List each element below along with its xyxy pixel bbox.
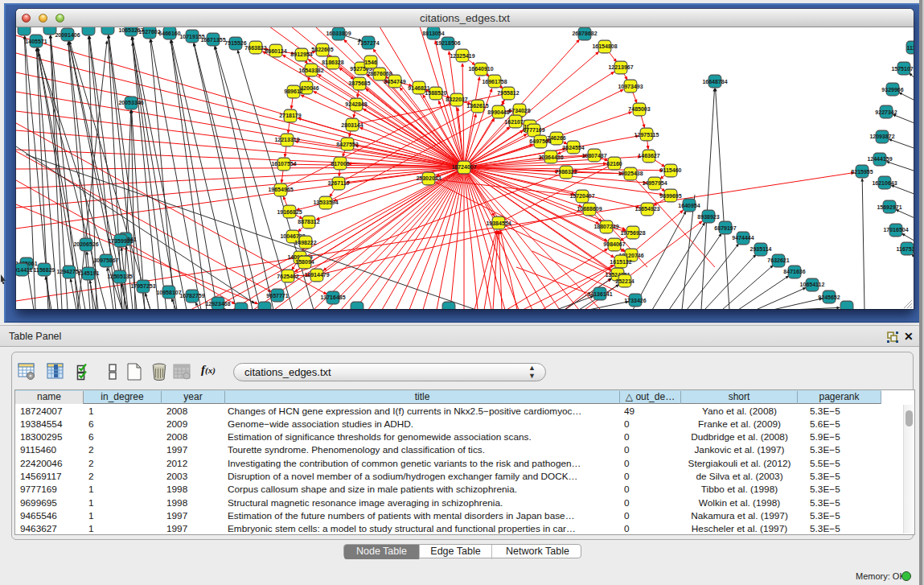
svg-text:10958107: 10958107 xyxy=(156,290,181,295)
svg-text:12325419: 12325419 xyxy=(450,53,474,59)
svg-text:8878312: 8878312 xyxy=(298,219,319,225)
svg-text:16154808: 16154808 xyxy=(592,43,617,49)
svg-text:2935114: 2935114 xyxy=(750,246,772,252)
svg-text:8454749: 8454749 xyxy=(384,79,405,84)
svg-text:12093872: 12093872 xyxy=(869,134,894,139)
svg-text:1463627: 1463627 xyxy=(638,153,659,159)
svg-text:16961758: 16961758 xyxy=(482,79,507,84)
svg-text:30975867: 30975867 xyxy=(93,257,118,263)
svg-text:1167533: 1167533 xyxy=(897,246,914,252)
svg-text:17957253: 17957253 xyxy=(130,283,155,289)
svg-text:19756928: 19756928 xyxy=(620,230,645,236)
svg-text:14957954: 14957954 xyxy=(642,180,667,186)
svg-text:7485003: 7485003 xyxy=(628,106,650,112)
svg-text:15720407: 15720407 xyxy=(569,193,594,199)
svg-text:16210643: 16210643 xyxy=(872,180,897,186)
svg-text:15692971: 15692971 xyxy=(877,204,901,210)
svg-text:1615132: 1615132 xyxy=(610,259,631,265)
svg-text:9245652: 9245652 xyxy=(818,295,840,300)
svg-text:1405571: 1405571 xyxy=(25,39,47,44)
svg-text:14136141: 14136141 xyxy=(587,291,612,297)
svg-text:989612: 989612 xyxy=(284,89,302,94)
svg-text:10688609: 10688609 xyxy=(577,206,602,212)
svg-text:1112: 1112 xyxy=(907,45,914,51)
svg-text:7986322: 7986322 xyxy=(555,169,577,175)
svg-text:12213319: 12213319 xyxy=(274,137,299,142)
svg-text:1546: 1546 xyxy=(364,60,377,65)
svg-text:18807249: 18807249 xyxy=(593,224,618,229)
svg-text:9329966: 9329966 xyxy=(881,87,903,93)
svg-text:7632621: 7632621 xyxy=(767,257,789,263)
svg-text:19166825: 19166825 xyxy=(277,209,302,215)
svg-text:10973493: 10973493 xyxy=(618,84,643,89)
svg-text:6734028: 6734028 xyxy=(508,108,530,113)
svg-text:8912954: 8912954 xyxy=(290,51,312,57)
svg-text:8322037: 8322037 xyxy=(446,97,467,102)
svg-text:6466160: 6466160 xyxy=(158,31,180,36)
svg-text:8427552: 8427552 xyxy=(336,142,358,147)
svg-text:1588520: 1588520 xyxy=(425,90,446,96)
svg-text:13716485: 13716485 xyxy=(320,295,345,300)
svg-text:3624554: 3624554 xyxy=(562,145,584,150)
svg-text:8990448: 8990448 xyxy=(487,109,509,115)
svg-text:17359938: 17359938 xyxy=(108,238,133,244)
svg-text:7357274: 7357274 xyxy=(357,40,379,46)
svg-text:10654112: 10654112 xyxy=(800,282,825,287)
svg-text:7663822: 7663822 xyxy=(244,45,266,51)
svg-text:16914479: 16914479 xyxy=(304,272,329,278)
svg-text:1156829: 1156829 xyxy=(34,267,55,273)
svg-text:19218506: 19218506 xyxy=(435,40,460,46)
svg-text:8938923: 8938923 xyxy=(697,214,719,220)
svg-text:9474444: 9474444 xyxy=(732,235,754,241)
svg-text:1733426: 1733426 xyxy=(624,298,646,303)
svg-text:8660124: 8660124 xyxy=(265,48,286,54)
svg-text:20206526: 20206526 xyxy=(73,241,98,247)
svg-text:8813054: 8813054 xyxy=(422,31,444,36)
svg-text:158094: 158094 xyxy=(295,259,314,265)
svg-text:6879197: 6879197 xyxy=(714,225,736,231)
svg-text:3267110: 3267110 xyxy=(328,180,350,186)
svg-text:1362615: 1362615 xyxy=(466,103,488,109)
svg-text:817006: 817006 xyxy=(331,161,349,167)
svg-text:12213967: 12213967 xyxy=(608,64,633,70)
svg-text:16671355: 16671355 xyxy=(200,37,225,43)
svg-text:2718179: 2718179 xyxy=(279,113,301,118)
svg-text:16107554: 16107554 xyxy=(271,161,296,167)
svg-text:10807487: 10807487 xyxy=(581,153,606,159)
svg-text:8471636: 8471636 xyxy=(783,269,805,274)
svg-text:16648784: 16648784 xyxy=(702,79,727,84)
svg-text:13533594: 13533594 xyxy=(313,200,338,205)
svg-text:3875685: 3875685 xyxy=(348,80,370,86)
svg-text:6497568: 6497568 xyxy=(529,138,551,144)
svg-text:28676068: 28676068 xyxy=(367,71,392,76)
svg-text:8186328: 8186328 xyxy=(322,60,343,65)
svg-text:12975115: 12975115 xyxy=(634,132,659,138)
svg-text:252214: 252214 xyxy=(615,278,634,284)
svg-text:16782759: 16782759 xyxy=(179,293,204,299)
svg-text:9227342: 9227342 xyxy=(875,109,897,115)
svg-text:26878682: 26878682 xyxy=(572,31,597,36)
svg-text:62160: 62160 xyxy=(606,161,622,167)
svg-text:16640910: 16640910 xyxy=(468,66,493,72)
svg-text:8215955: 8215955 xyxy=(851,169,873,175)
svg-text:9777169: 9777169 xyxy=(523,127,544,133)
svg-text:5822605: 5822605 xyxy=(311,47,333,52)
svg-text:15751074: 15751074 xyxy=(891,66,914,72)
svg-text:13654923: 13654923 xyxy=(634,206,659,212)
svg-text:18724007: 18724007 xyxy=(451,164,476,170)
svg-text:16543382: 16543382 xyxy=(298,68,323,73)
svg-text:25302033: 25302033 xyxy=(416,175,441,181)
svg-text:16033809: 16033809 xyxy=(326,31,351,36)
svg-text:9242848: 9242848 xyxy=(345,101,367,107)
svg-text:9699695: 9699695 xyxy=(659,193,681,199)
svg-text:1145191: 1145191 xyxy=(78,270,100,276)
svg-text:20053346: 20053346 xyxy=(118,100,143,105)
svg-text:1498222: 1498222 xyxy=(294,240,316,245)
svg-text:9657771: 9657771 xyxy=(266,293,288,299)
svg-text:12923468: 12923468 xyxy=(205,301,230,307)
svg-text:20364436: 20364436 xyxy=(538,154,563,160)
svg-text:3914411: 3914411 xyxy=(16,267,33,273)
svg-text:7515526: 7515526 xyxy=(224,40,246,46)
svg-text:17016504: 17016504 xyxy=(883,227,908,233)
svg-text:19384554: 19384554 xyxy=(486,220,511,226)
